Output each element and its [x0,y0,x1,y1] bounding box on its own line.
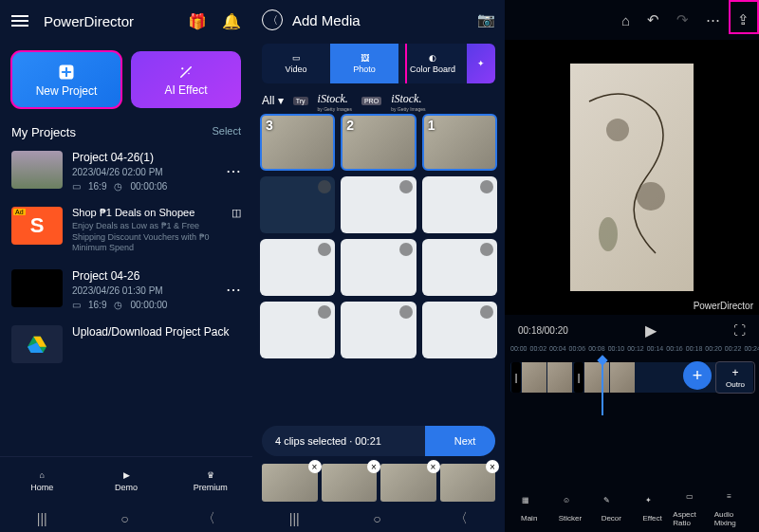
tool-effect[interactable]: ✦Effect [632,486,673,532]
play-icon: ▶ [123,470,130,480]
more-icon[interactable]: ⋯ [706,11,720,28]
undo-icon[interactable]: ↶ [647,11,659,28]
media-tile[interactable] [260,302,335,358]
more-icon[interactable]: ⋯ [226,162,241,180]
ad-badge: Ad [13,209,26,215]
project-title: Project 04-26 [72,269,216,283]
nav-premium[interactable]: ♛Premium [168,457,252,505]
nav-home[interactable]: ⌂Home [0,457,84,505]
tab-colorboard[interactable]: ◐ Color Board [398,44,467,83]
video-preview[interactable]: PowerDirector [505,40,759,315]
remove-clip-icon[interactable]: × [308,460,322,473]
ad-item[interactable]: Ad S Shop ₱1 Deals on Shopee Enjoy Deals… [0,199,252,262]
recents-icon[interactable]: ||| [37,511,47,526]
my-projects-header: My Projects Select [0,118,252,143]
home-icon[interactable]: ⌂ [621,12,630,28]
decor-icon: ✎ [603,496,619,511]
main-buttons: New Project AI Effect [0,42,252,118]
media-tile[interactable] [341,239,416,296]
photo-icon: 🖼 [361,53,369,63]
home-sys-icon[interactable]: ○ [120,511,128,526]
palette-icon: ◐ [429,53,436,63]
project-item[interactable]: Project 04-26 2023/04/26 01:30 PM ▭ 16:9… [0,262,252,318]
media-tile[interactable] [422,176,497,233]
fullscreen-icon[interactable]: ⛶ [733,323,746,338]
all-filter[interactable]: All [262,94,284,107]
home-sys-icon[interactable]: ○ [373,511,380,526]
project-list: Project 04-26(1) 2023/04/26 02:00 PM ▭ 1… [0,143,252,456]
gdrive-thumb [11,325,63,363]
selected-clip[interactable]: × [380,464,436,502]
tool-sticker[interactable]: ☺Sticker [549,486,590,532]
aspect-icon: ▭ [72,181,81,192]
add-clip-button[interactable]: + [683,361,712,390]
remove-clip-icon[interactable]: × [486,460,499,473]
playhead[interactable] [602,358,603,415]
ai-effect-button[interactable]: AI Effect [131,51,241,108]
playback-bar: 00:18/00:20 ▶ ⛶ [505,315,759,345]
mixer-icon: ≡ [727,492,742,507]
ad-thumb: Ad S [11,207,63,245]
project-date: 2023/04/26 01:30 PM [72,285,216,296]
home-icon: ⌂ [40,470,45,480]
gift-icon[interactable]: 🎁 [188,12,207,30]
menu-icon[interactable] [11,12,28,29]
project-item[interactable]: Project 04-26(1) 2023/04/26 02:00 PM ▭ 1… [0,143,252,199]
svg-point-4 [637,182,665,211]
back-button[interactable]: 〈 [262,9,283,30]
tool-main[interactable]: ▦Main [509,486,549,532]
tool-aspect[interactable]: ▭Aspect Ratio [673,486,713,532]
outro-button[interactable]: + Outro [715,361,755,394]
media-tile[interactable]: 2 [341,114,416,171]
wand-icon [177,64,194,81]
selected-clip[interactable]: × [440,464,496,502]
back-sys-icon[interactable]: 〈 [454,510,468,527]
media-tile[interactable] [260,239,335,296]
istock-1[interactable]: iStock.by Getty Images [318,89,352,112]
sparkle-icon: ✦ [477,59,485,68]
selected-clip[interactable]: × [322,464,378,502]
sticker-icon: ☺ [563,496,578,511]
istock-2[interactable]: iStock.by Getty Images [391,89,425,112]
recents-icon[interactable]: ||| [289,511,300,526]
play-button[interactable]: ▶ [645,321,657,339]
media-tile[interactable] [260,176,335,233]
tab-photo[interactable]: 🖼 Photo [330,44,398,83]
tool-decor[interactable]: ✎Decor [591,486,632,532]
redo-icon[interactable]: ↷ [676,11,689,28]
ad-menu-icon[interactable]: ◫ [231,207,241,219]
add-media-panel: 〈 Add Media 📷 ▭ Video 🖼 Photo ◐ Color Bo… [252,0,505,532]
media-grid: 3 2 1 [252,114,505,420]
plus-icon [57,63,76,82]
tab-video[interactable]: ▭ Video [262,44,330,83]
new-project-button[interactable]: New Project [11,51,121,108]
project-meta: ▭ 16:9 ◷ 00:00:06 [72,181,216,192]
media-tile[interactable] [341,176,416,233]
editor-header: ⌂ ↶ ↷ ⋯ ⇪ [505,0,759,40]
more-icon[interactable]: ⋯ [226,281,241,299]
back-sys-icon[interactable]: 〈 [202,510,215,527]
media-tile[interactable] [422,239,497,296]
timeline[interactable]: | | + + Outro [505,358,759,406]
aspect-icon: ▭ [72,300,81,310]
selected-clip[interactable]: × [262,464,318,502]
media-tile[interactable]: 1 [422,114,497,171]
add-media-title: Add Media [292,12,468,28]
next-button[interactable]: Next [438,435,491,447]
gdrive-icon [27,335,47,354]
video-icon: ▭ [292,53,301,63]
tab-ai[interactable]: ✦ [467,44,495,83]
nav-demo[interactable]: ▶Demo [84,457,169,505]
camera-icon[interactable]: 📷 [477,11,495,28]
tool-audio[interactable]: ≡Audio Mixing [714,486,755,532]
remove-clip-icon[interactable]: × [367,460,380,473]
home-header: PowerDirector 🎁 🔔 [0,0,252,42]
media-tile[interactable]: 3 [260,114,335,171]
select-button[interactable]: Select [212,125,241,139]
notifications-icon[interactable]: 🔔 [222,12,241,30]
remove-clip-icon[interactable]: × [427,460,440,473]
svg-point-5 [599,217,618,251]
media-tile[interactable] [422,302,497,358]
media-tile[interactable] [341,302,416,358]
upload-download-item[interactable]: Upload/Download Project Pack [0,318,252,371]
